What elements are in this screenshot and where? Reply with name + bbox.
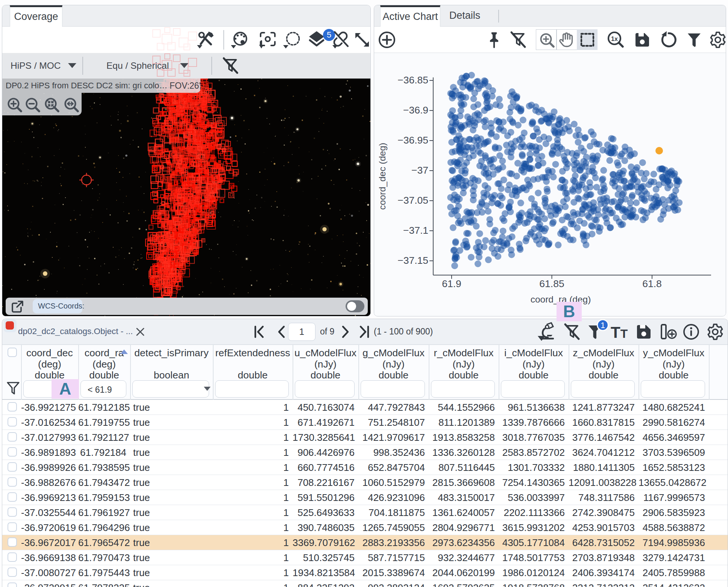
svg-text:61.8: 61.8 — [642, 278, 662, 289]
svg-text:−37.15: −37.15 — [397, 255, 428, 266]
svg-text:−36.85: −36.85 — [397, 74, 428, 86]
svg-text:−37.05: −37.05 — [397, 195, 428, 206]
svg-text:coord_dec (deg): coord_dec (deg) — [377, 143, 387, 210]
svg-text:−36.9: −36.9 — [403, 104, 428, 116]
svg-text:61.9: 61.9 — [442, 278, 461, 289]
svg-text:61.85: 61.85 — [539, 278, 564, 289]
svg-text:−37.1: −37.1 — [403, 225, 428, 236]
svg-text:−36.95: −36.95 — [397, 135, 428, 146]
svg-text:1x: 1x — [611, 36, 618, 42]
svg-text:−37: −37 — [411, 165, 428, 176]
